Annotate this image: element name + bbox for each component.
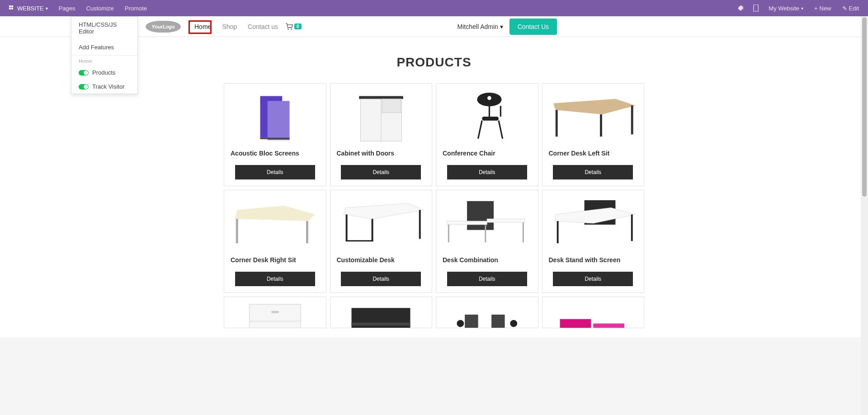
plus-icon: + [814, 5, 818, 12]
product-image[interactable] [231, 87, 320, 146]
cart-button[interactable]: 0 [285, 23, 302, 30]
svg-rect-17 [482, 117, 499, 121]
dropdown-html-editor[interactable]: HTML/CSS/JS Editor [71, 17, 137, 39]
dropdown-toggle-track-visitor[interactable]: Track Visitor [71, 80, 137, 94]
contact-us-button[interactable]: Contact Us [509, 19, 557, 35]
dropdown-add-features[interactable]: Add Features [71, 39, 137, 55]
svg-rect-38 [485, 225, 486, 242]
product-card [224, 297, 326, 328]
svg-marker-29 [343, 203, 423, 219]
svg-rect-23 [555, 110, 557, 137]
product-image[interactable] [231, 194, 320, 253]
bug-icon[interactable] [733, 0, 749, 16]
product-image[interactable] [443, 301, 532, 328]
mobile-icon[interactable] [749, 0, 763, 16]
svg-rect-3 [11, 8, 13, 9]
details-button[interactable]: Details [341, 272, 421, 286]
product-name: Corner Desk Right Sit [231, 256, 320, 264]
product-image[interactable] [443, 194, 532, 253]
svg-point-7 [291, 28, 292, 30]
user-menu[interactable]: Mitchell Admin ▾ [458, 23, 503, 30]
details-button[interactable]: Details [447, 165, 527, 179]
cart-count: 0 [294, 24, 302, 29]
svg-rect-31 [419, 210, 420, 239]
svg-point-16 [487, 96, 491, 100]
edit-button[interactable]: ✎Edit [837, 0, 864, 16]
svg-point-5 [756, 10, 757, 11]
caret-down-icon: ▾ [500, 23, 503, 30]
website-menu[interactable]: WEBSITE ▾ [4, 0, 53, 16]
product-card: Corner Desk Left Sit Details [542, 83, 645, 186]
svg-marker-41 [555, 208, 635, 223]
svg-rect-52 [491, 315, 505, 328]
promote-menu[interactable]: Promote [119, 0, 152, 16]
product-image[interactable] [549, 194, 638, 253]
product-card [542, 297, 645, 328]
website-label: WEBSITE [17, 5, 44, 12]
svg-rect-11 [359, 96, 403, 99]
product-image[interactable] [337, 301, 426, 328]
svg-rect-35 [447, 221, 487, 225]
products-grid: Acoustic Bloc Screens Details Cabinet wi… [224, 83, 644, 328]
details-button[interactable]: Details [235, 272, 315, 286]
details-button[interactable]: Details [447, 272, 527, 286]
product-card: Customizable Desk Details [330, 190, 433, 293]
toggle-on-icon [79, 84, 89, 90]
product-name: Corner Desk Left Sit [549, 150, 638, 157]
pages-menu[interactable]: Pages [53, 0, 81, 16]
svg-point-6 [288, 28, 289, 30]
product-image[interactable] [337, 87, 426, 146]
details-button[interactable]: Details [553, 165, 633, 179]
caret-down-icon: ▾ [801, 6, 803, 11]
svg-rect-57 [593, 323, 624, 328]
product-image[interactable] [337, 194, 426, 253]
my-website-menu[interactable]: My Website▾ [763, 0, 809, 16]
product-name: Cabinet with Doors [337, 150, 426, 157]
svg-rect-51 [465, 315, 478, 328]
details-button[interactable]: Details [553, 272, 633, 286]
customize-menu[interactable]: Customize [80, 0, 119, 16]
product-card: Corner Desk Right Sit Details [224, 190, 326, 293]
svg-rect-10 [260, 138, 290, 139]
details-button[interactable]: Details [341, 165, 421, 179]
product-card: Acoustic Bloc Screens Details [224, 83, 326, 186]
svg-rect-37 [448, 225, 449, 242]
svg-rect-9 [268, 101, 290, 140]
nav-contact[interactable]: Contact us [242, 19, 283, 34]
svg-rect-43 [631, 214, 632, 241]
svg-rect-14 [382, 99, 401, 113]
toggle-track-visitor-label: Track Visitor [92, 83, 125, 90]
caret-down-icon: ▾ [46, 6, 48, 11]
new-button[interactable]: +New [809, 0, 837, 16]
top-bar: WEBSITE ▾ Pages Customize Promote My Web… [0, 0, 868, 16]
svg-rect-0 [9, 5, 11, 7]
toggle-products-label: Products [92, 69, 115, 76]
product-card [330, 297, 433, 328]
product-image[interactable] [443, 87, 532, 146]
dropdown-section-home: Home [71, 56, 137, 66]
site-logo[interactable]: YourLogo [146, 21, 181, 33]
nav-home[interactable]: Home [189, 19, 217, 34]
nav-shop[interactable]: Shop [217, 19, 242, 34]
product-card [436, 297, 538, 328]
svg-rect-56 [560, 319, 591, 328]
product-name: Desk Stand with Screen [549, 256, 638, 264]
scrollbar[interactable] [861, 16, 868, 337]
cart-icon [285, 23, 293, 30]
product-image[interactable] [549, 301, 638, 328]
svg-rect-25 [599, 114, 602, 137]
svg-rect-42 [557, 221, 558, 243]
product-card: Conference Chair Details [436, 83, 538, 186]
product-image[interactable] [231, 301, 320, 328]
svg-rect-44 [249, 304, 301, 328]
svg-point-55 [510, 320, 517, 327]
details-button[interactable]: Details [235, 165, 315, 179]
svg-rect-47 [271, 311, 278, 313]
svg-rect-36 [487, 219, 525, 222]
dropdown-toggle-products[interactable]: Products [71, 66, 137, 80]
svg-rect-49 [352, 323, 410, 326]
product-card: Cabinet with Doors Details [330, 83, 433, 186]
svg-line-19 [499, 121, 503, 139]
product-image[interactable] [549, 87, 638, 146]
product-card: Desk Combination Details [436, 190, 538, 293]
